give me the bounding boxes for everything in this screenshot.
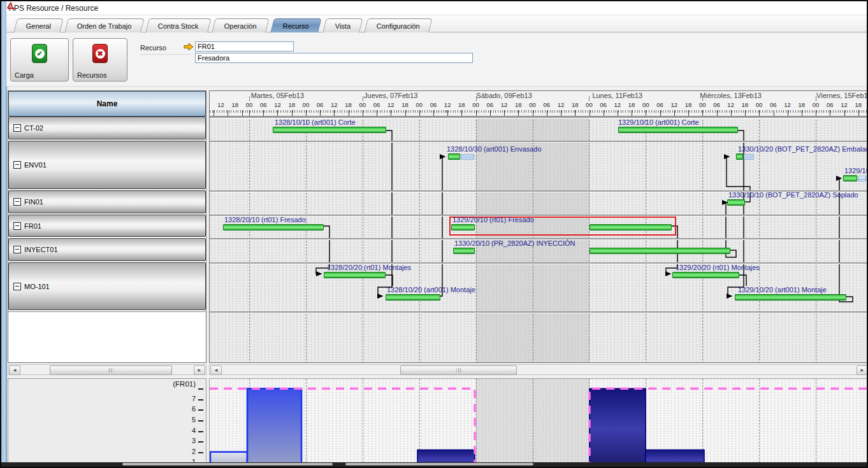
y-axis-tick-label: 7 [192,395,196,402]
gantt-bar[interactable] [273,127,386,133]
y-axis-tick-label: 6 [192,406,196,413]
gantt-bar-label: 1330/10/20 (BOT_PET_2820AZ) Embalado [738,145,868,153]
timeline-hour-label: 18 [855,101,862,108]
tab-label: Orden de Trabajo [77,22,132,30]
gantt-bar[interactable] [843,175,857,181]
gantt-bar[interactable] [672,272,739,278]
y-axis-tick [198,399,203,401]
scroll-left-icon[interactable]: ◄ [9,365,20,375]
collapse-icon[interactable] [13,222,21,230]
timeline-hour-label: 18 [458,101,465,108]
tab-general[interactable]: General [13,18,64,32]
y-axis-tick [198,441,203,443]
tab-label: Configuración [377,22,420,30]
timeline-hour-label: 18 [288,101,295,108]
collapse-icon[interactable] [13,246,21,253]
collapse-icon[interactable] [13,161,21,169]
timeline-hour-label: 06 [770,101,777,108]
gantt-bar-label: 1328/20/10 (rt01) Fresado [224,216,306,223]
bottom-scroll-strip[interactable] [1,462,867,467]
collapse-icon[interactable] [13,198,21,206]
resource-row-label: ENV01 [24,161,47,169]
y-axis-tick [198,388,203,390]
resource-code-input[interactable] [195,41,294,52]
timeline-day-label: Sábado, 09Feb13 [476,92,532,99]
resource-row-fr01[interactable]: FR01 [8,215,206,237]
collapse-icon[interactable] [13,124,21,132]
timeline-hour-label: 12 [274,101,281,108]
tab-configuración[interactable]: Configuración [365,18,433,32]
tab-recurso[interactable]: Recurso [270,18,321,32]
scroll-right-icon[interactable]: ► [857,365,868,375]
resource-row-mo-101[interactable]: MO-101 [8,262,206,310]
resource-list-empty-area [8,311,206,363]
collapse-icon[interactable] [13,283,21,290]
y-axis-tick-label: 4 [192,427,196,434]
gantt-bar-setup-segment[interactable] [744,154,754,160]
timeline-hour-label: 06 [543,101,550,108]
resource-panel-hscrollbar[interactable]: ◄ ► [8,364,206,375]
scrollbar-thumb[interactable] [345,463,533,465]
gantt-bar-label: 1328/10/20 (art001) Montaje [387,286,475,294]
row-separator [210,262,868,264]
gantt-bar[interactable] [386,294,440,301]
resource-row-env01[interactable]: ENV01 [8,141,206,189]
gantt-body: 1328/10/10 (art001) Corte1329/10/10 (art… [210,117,868,363]
gantt-bar[interactable] [223,224,324,230]
y-axis-tick-label: 2 [192,448,196,455]
day-boundary-tick [476,96,477,101]
resource-row-label: INYECT01 [24,246,58,253]
dependency-link [378,131,392,296]
resource-row-label: CT-02 [24,124,43,132]
tab-orden-de-trabajo[interactable]: Orden de Trabajo [64,18,144,32]
gantt-hscrollbar[interactable]: ◄ ► [209,364,868,375]
timeline-hour-label: 00 [359,101,366,108]
gantt-bar[interactable] [453,248,475,254]
gantt-bar[interactable] [590,248,730,254]
resource-name-input[interactable] [195,53,473,63]
timeline-hour-label: 00 [586,101,593,108]
timeline-hour-label: 12 [558,101,565,108]
gantt-bar[interactable] [451,224,475,230]
scrollbar-thumb[interactable] [400,365,517,375]
tab-contra-stock[interactable]: Contra Stock [145,18,211,32]
timeline-hour-label: 12 [217,101,224,108]
day-boundary-tick [363,96,363,101]
scrollbar-thumb[interactable] [122,463,333,465]
resource-row-inyect01[interactable]: INYECT01 [8,238,206,261]
resource-row-fin01[interactable]: FIN01 [8,190,206,213]
gantt-bar-setup-segment[interactable] [858,176,866,181]
carga-button[interactable]: ✔ Carga [10,38,69,82]
load-block [247,388,301,468]
gantt-bar-label: 1329/20/10 (rt01) Fresado [452,216,534,223]
gantt-bar[interactable] [590,224,672,230]
histogram-axis-panel: (FR01) 1234567 [8,378,206,468]
timeline-day-label: Lunes, 11Feb13 [592,92,642,99]
scroll-left-icon[interactable]: ◄ [210,365,222,375]
timeline-day-label: Viernes, 15Feb13 [816,92,868,99]
tab-vista[interactable]: Vista [322,18,363,32]
resource-row-label: FIN01 [24,198,43,206]
scrollbar-thumb[interactable] [50,365,172,375]
timeline-hour-label: 12 [501,101,508,108]
timeline-day-label: Jueves, 07Feb13 [364,92,417,99]
tab-strip: GeneralOrden de TrabajoContra StockOpera… [6,15,867,32]
timeline-hour-label: 12 [784,101,791,108]
resource-row-ct-02[interactable]: CT-02 [8,117,206,139]
window-title: APS Resource / Resource [9,4,98,13]
timeline-hour-label: 06 [317,101,324,108]
resource-list-panel: Name CT-02ENV01FIN01FR01INYECT01MO-101 [8,90,206,363]
gantt-bar[interactable] [618,127,738,133]
gantt-bar[interactable] [736,153,743,160]
tab-operación[interactable]: Operación [212,18,270,32]
gantt-bar-setup-segment[interactable] [461,154,474,160]
scroll-right-icon[interactable]: ► [194,365,205,375]
timeline-hour-label: 18 [685,101,692,108]
timeline-day-label: Martes, 05Feb13 [251,92,304,99]
gantt-bar[interactable] [735,294,846,301]
recursos-button[interactable]: ✖ Recursos [73,38,127,82]
gantt-bar[interactable] [448,153,460,160]
timeline-hour-label: 12 [331,101,338,108]
gantt-bar[interactable] [324,272,386,278]
gantt-bar[interactable] [727,199,745,206]
